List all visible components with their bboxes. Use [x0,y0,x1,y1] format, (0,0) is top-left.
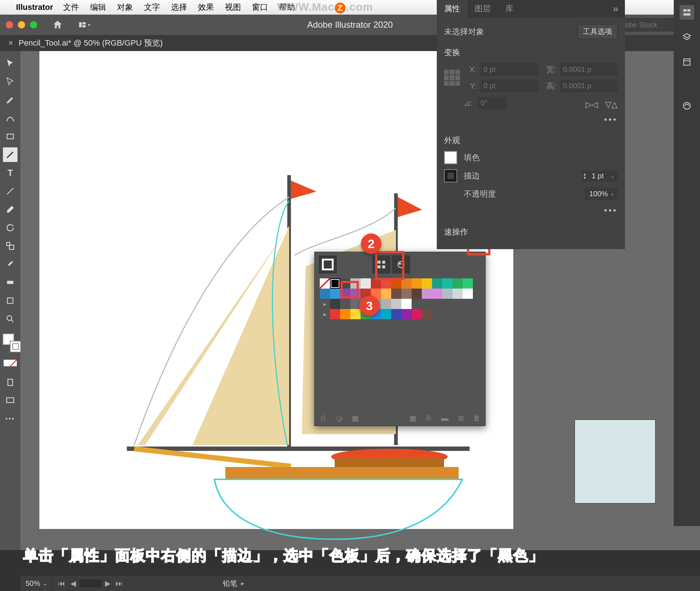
chevron-down-icon[interactable]: ⌄ [607,173,618,179]
y-input[interactable]: 0 pt [481,80,538,92]
opacity-value[interactable]: 100%› [585,188,618,200]
tab-libraries[interactable]: 库 [498,0,521,18]
draw-mode-normal[interactable] [3,375,18,390]
swatch-cell[interactable] [452,278,463,289]
swatch-cell[interactable] [432,278,442,289]
screen-mode[interactable] [3,393,18,408]
swatch-cell[interactable] [412,289,422,299]
w-input[interactable]: 0.0001 p [560,63,618,76]
swatch-cell[interactable] [381,309,391,319]
swatch-cell[interactable] [452,289,463,299]
swatch-cell[interactable] [330,309,340,319]
swatch-cell[interactable] [422,309,432,319]
app-name[interactable]: Illustrator [16,3,53,12]
menu-type[interactable]: 文字 [144,2,160,13]
swatch-cell[interactable] [422,278,432,289]
arrow-right-icon[interactable]: ▸ [241,579,244,587]
line-tool[interactable] [3,184,18,198]
pencil-tool[interactable] [3,147,18,162]
fill-stroke-swatches[interactable] [3,333,18,349]
swatch-cell[interactable] [340,309,350,319]
menu-file[interactable]: 文件 [63,2,79,13]
cloud-sync-icon[interactable] [680,98,694,113]
tab-layers[interactable]: 图层 [467,0,498,18]
arrange-icon[interactable] [78,19,87,30]
swatch-cell[interactable] [391,309,401,319]
swatch-cell[interactable] [442,278,452,289]
menu-view[interactable]: 视图 [225,2,241,13]
document-tab[interactable]: ✕ Pencil_Tool.ai* @ 50% (RGB/GPU 预览) [0,35,171,51]
minimize-window-icon[interactable] [18,21,25,28]
flip-horizontal-icon[interactable]: ▷◁ [586,100,598,109]
stroke-preview[interactable] [319,256,337,273]
zoom-level[interactable]: 50%⌄ [20,576,53,591]
swatch-cell[interactable] [463,278,473,289]
swatch-kind-icon[interactable]: ◶ [335,414,343,422]
swatch-cell[interactable] [330,289,340,299]
color-mode-mini[interactable] [4,360,17,366]
maximize-window-icon[interactable] [30,21,37,28]
swatch-cell[interactable] [381,299,391,309]
menu-select[interactable]: 选择 [171,2,187,13]
x-input[interactable]: 0 pt [481,63,538,76]
eyedropper-tool[interactable] [3,257,18,271]
flip-vertical-icon[interactable]: ▽△ [605,100,618,109]
chevron-down-icon[interactable]: ▾ [88,22,90,28]
swatch-libraries-icon[interactable]: ⎙ [319,414,327,422]
swatch-cell[interactable] [442,289,452,299]
artboard-nav[interactable]: ⏮◀▶⏭ [53,579,128,588]
swatch-cell[interactable] [412,278,422,289]
swatch-cell[interactable] [401,289,412,299]
zoom-tool[interactable] [3,312,18,326]
libraries-icon[interactable] [680,55,694,69]
eraser-tool[interactable] [3,202,18,217]
edit-toolbar[interactable]: ••• [3,412,18,426]
home-icon[interactable] [52,19,63,30]
h-input[interactable]: 0.0001 p [560,80,618,92]
swatch-cell[interactable] [391,289,401,299]
swatch-cell[interactable] [391,299,401,309]
new-group-icon[interactable]: ▦ [409,414,417,422]
close-window-icon[interactable] [6,21,13,28]
more-options-icon[interactable]: ••• [444,115,618,125]
menu-object[interactable]: 对象 [117,2,133,13]
gradient-tool[interactable] [3,275,18,290]
angle-input[interactable]: 0° [478,97,507,109]
menu-window[interactable]: 窗口 [252,2,268,13]
selection-tool[interactable] [3,56,18,71]
swatch-cell[interactable] [412,309,422,319]
pen-tool[interactable] [3,93,18,107]
folder-icon[interactable]: ▬ [441,414,449,422]
swatch-cell[interactable] [381,289,391,299]
swatch-cell[interactable] [361,278,371,289]
swatch-cell[interactable] [422,289,432,299]
swatch-cell[interactable] [350,309,361,319]
menu-edit[interactable]: 编辑 [90,2,106,13]
layers-icon[interactable] [680,30,694,45]
artboard-tool[interactable] [3,293,18,308]
direct-selection-tool[interactable] [3,74,18,89]
swatch-folder-icon[interactable]: ▸ [320,309,330,319]
properties-icon[interactable] [680,5,694,20]
type-tool[interactable]: T [3,166,18,180]
swatch-cell[interactable] [401,309,412,319]
swatch-cell[interactable] [340,299,350,309]
stroke-swatch[interactable] [444,169,457,182]
rectangle-tool[interactable] [3,129,18,144]
more-options-icon[interactable]: ••• [444,205,618,216]
curvature-tool[interactable] [3,111,18,125]
swatch-registration[interactable] [330,278,340,289]
stroke-weight-stepper[interactable]: ▴▾ 1 pt ⌄ [582,170,618,182]
scale-tool[interactable] [3,239,18,253]
swatch-cell[interactable] [432,289,442,299]
close-tab-icon[interactable]: ✕ [8,39,13,47]
swatch-cell[interactable] [320,289,330,299]
menu-effect[interactable]: 效果 [198,2,214,13]
navigator-thumbnail[interactable] [575,420,656,503]
link-icon[interactable]: ⎘ [425,414,433,422]
panel-collapse-icon[interactable]: » [606,3,625,15]
new-swatch-icon[interactable]: ⊞ [457,414,465,422]
swatch-folder-icon[interactable]: ▸ [320,299,330,309]
reference-point[interactable] [444,70,460,86]
delete-swatch-icon[interactable]: 🗑 [473,414,481,422]
